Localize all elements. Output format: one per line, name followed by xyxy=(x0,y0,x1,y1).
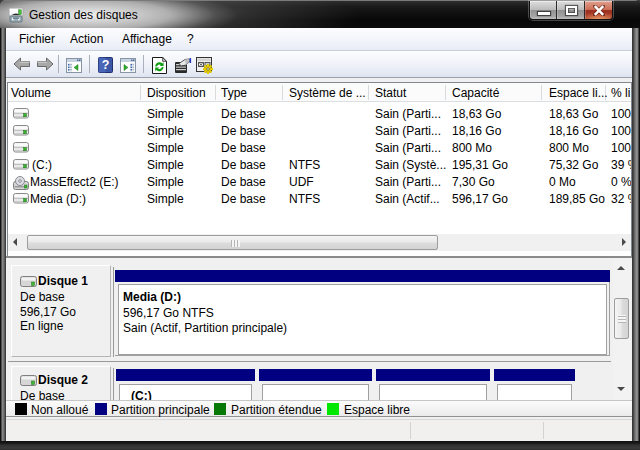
svg-text:?: ? xyxy=(102,58,110,72)
